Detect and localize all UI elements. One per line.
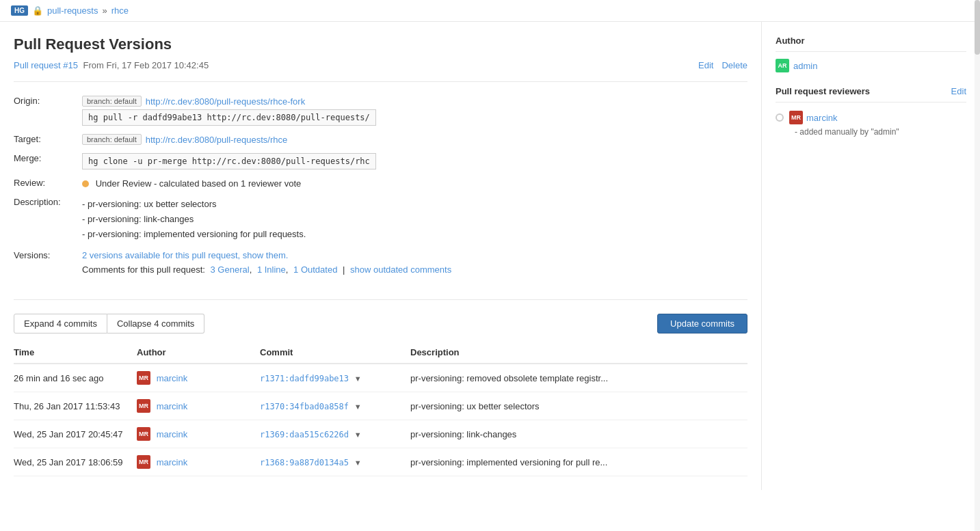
dropdown-arrow[interactable]: ▼ xyxy=(354,375,362,383)
author-section: Author AR admin xyxy=(776,36,966,72)
commit-link[interactable]: r1369:daa515c6226d xyxy=(260,430,349,439)
table-row: Wed, 25 Jan 2017 18:06:59 MR marcink r13… xyxy=(14,448,747,476)
versions-link[interactable]: 2 versions available for this pull reque… xyxy=(82,250,288,260)
reviewer-note: - added manually by "admin" xyxy=(795,127,966,137)
scrollbar-track xyxy=(975,0,980,490)
scrollbar-thumb[interactable] xyxy=(975,0,980,55)
update-commits-btn[interactable]: Update commits xyxy=(657,314,747,333)
pr-link[interactable]: Pull request #15 xyxy=(14,60,78,70)
commit-link[interactable]: r1370:34fbad0a858f xyxy=(260,402,349,411)
commit-author: MR marcink xyxy=(137,420,260,448)
desc-line-1: - pr-versioning: ux better selectors xyxy=(82,197,747,212)
author-avatar: MR xyxy=(137,427,150,441)
description-row: Description: - pr-versioning: ux better … xyxy=(14,193,747,246)
author-link[interactable]: marcink xyxy=(157,457,188,467)
comments-prefix: Comments for this pull request: xyxy=(82,264,205,275)
author-link[interactable]: marcink xyxy=(157,373,188,383)
col-description: Description xyxy=(410,342,747,364)
commit-link[interactable]: r1368:9a887d0134a5 xyxy=(260,458,349,467)
review-value: Under Review - calculated based on 1 rev… xyxy=(82,174,747,193)
comments-general-link[interactable]: 3 General xyxy=(211,264,250,275)
sidebar: Author AR admin Pull request reviewers E… xyxy=(761,22,980,490)
delete-pr-link[interactable]: Delete xyxy=(721,60,747,70)
reviewers-divider xyxy=(776,102,966,103)
reviewers-title: Pull request reviewers xyxy=(776,86,870,96)
commit-description: pr-versioning: ux better selectors xyxy=(410,392,747,420)
commits-table: Time Author Commit Description 26 min an… xyxy=(14,342,747,476)
origin-row: Origin: branch: default http://rc.dev:80… xyxy=(14,92,747,130)
author-link[interactable]: marcink xyxy=(157,401,188,411)
show-outdated-link[interactable]: show outdated comments xyxy=(350,264,451,275)
repo1-link[interactable]: pull-requests xyxy=(47,5,98,16)
review-status-dot xyxy=(82,180,89,187)
commit-author: MR marcink xyxy=(137,392,260,420)
main-layout: Pull Request Versions Pull request #15 F… xyxy=(0,22,980,490)
commit-time: Wed, 25 Jan 2017 18:06:59 xyxy=(14,448,137,476)
commit-author: MR marcink xyxy=(137,448,260,476)
versions-label: Versions: xyxy=(14,246,82,279)
commit-id: r1370:34fbad0a858f ▼ xyxy=(260,392,410,420)
desc-line-3: - pr-versioning: implemented versioning … xyxy=(82,227,747,242)
content-area: Pull Request Versions Pull request #15 F… xyxy=(0,22,761,490)
commit-link[interactable]: r1371:dadfd99abe13 xyxy=(260,374,349,383)
comments-outdated-link[interactable]: 1 Outdated xyxy=(293,264,337,275)
origin-url-link[interactable]: http://rc.dev:8080/pull-requests/rhce-fo… xyxy=(146,96,305,107)
merge-command-input[interactable] xyxy=(82,153,376,169)
col-commit: Commit xyxy=(260,342,410,364)
commit-id: r1368:9a887d0134a5 ▼ xyxy=(260,448,410,476)
commit-description: pr-versioning: implemented versioning fo… xyxy=(410,448,747,476)
author-title: Author xyxy=(776,36,966,46)
reviewers-edit-link[interactable]: Edit xyxy=(951,86,966,96)
desc-line-2: - pr-versioning: link-changes xyxy=(82,212,747,227)
collapse-commits-btn[interactable]: Collapse 4 commits xyxy=(107,314,204,333)
hg-badge: HG xyxy=(11,5,28,16)
comments-inline-link[interactable]: 1 Inline xyxy=(257,264,286,275)
expand-commits-btn[interactable]: Expand 4 commits xyxy=(14,314,107,333)
author-row: AR admin xyxy=(776,59,966,72)
origin-value: branch: default http://rc.dev:8080/pull-… xyxy=(82,92,747,130)
dropdown-arrow[interactable]: ▼ xyxy=(354,431,362,439)
commit-time: Wed, 25 Jan 2017 20:45:47 xyxy=(14,420,137,448)
comments-general-sep: , xyxy=(250,264,252,275)
pr-from-text: From Fri, 17 Feb 2017 10:42:45 xyxy=(83,60,209,70)
admin-link[interactable]: admin xyxy=(793,61,817,71)
reviewer-status-dot xyxy=(776,113,784,122)
origin-command-input[interactable] xyxy=(82,109,376,126)
author-avatar: MR xyxy=(137,371,150,385)
commits-toolbar-left: Expand 4 commits Collapse 4 commits xyxy=(14,314,204,333)
comments-line: Comments for this pull request: 3 Genera… xyxy=(82,264,747,275)
target-row: Target: branch: default http://rc.dev:80… xyxy=(14,130,747,149)
author-avatar: MR xyxy=(137,399,150,413)
info-table: Origin: branch: default http://rc.dev:80… xyxy=(14,92,747,279)
reviewer-name-link[interactable]: marcink xyxy=(806,113,838,123)
target-branch-tag: branch: default xyxy=(82,134,142,145)
table-row: Wed, 25 Jan 2017 20:45:47 MR marcink r13… xyxy=(14,420,747,448)
origin-label: Origin: xyxy=(14,92,82,130)
description-label: Description: xyxy=(14,193,82,246)
pr-meta-left: Pull request #15 From Fri, 17 Feb 2017 1… xyxy=(14,60,209,70)
edit-pr-link[interactable]: Edit xyxy=(698,60,713,70)
author-avatar: MR xyxy=(137,455,150,469)
dropdown-arrow[interactable]: ▼ xyxy=(354,403,362,411)
col-time: Time xyxy=(14,342,137,364)
pr-meta-row: Pull request #15 From Fri, 17 Feb 2017 1… xyxy=(14,60,747,70)
review-label: Review: xyxy=(14,174,82,193)
breadcrumb-sep: » xyxy=(102,5,107,16)
commits-toolbar: Expand 4 commits Collapse 4 commits Upda… xyxy=(14,299,747,333)
description-value: - pr-versioning: ux better selectors - p… xyxy=(82,193,747,246)
commit-id: r1369:daa515c6226d ▼ xyxy=(260,420,410,448)
author-link[interactable]: marcink xyxy=(157,429,188,439)
versions-value: 2 versions available for this pull reque… xyxy=(82,246,747,279)
commit-author: MR marcink xyxy=(137,364,260,392)
target-value: branch: default http://rc.dev:8080/pull-… xyxy=(82,130,747,149)
top-divider xyxy=(14,81,747,82)
target-url-link[interactable]: http://rc.dev:8080/pull-requests/rhce xyxy=(146,135,287,145)
commit-description: pr-versioning: removed obsolete template… xyxy=(410,364,747,392)
col-author: Author xyxy=(137,342,260,364)
commit-time: 26 min and 16 sec ago xyxy=(14,364,137,392)
origin-branch-tag: branch: default xyxy=(82,96,142,107)
top-bar: HG 🔒 pull-requests » rhce xyxy=(0,0,980,22)
repo2-link[interactable]: rhce xyxy=(111,5,129,16)
dropdown-arrow[interactable]: ▼ xyxy=(354,459,362,467)
merge-value xyxy=(82,149,747,174)
